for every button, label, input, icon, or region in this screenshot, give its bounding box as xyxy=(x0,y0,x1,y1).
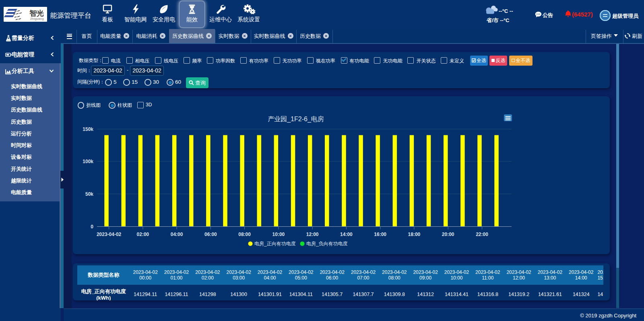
svg-text:2023-04-02: 2023-04-02 xyxy=(97,232,122,237)
svg-text:20:00: 20:00 xyxy=(442,232,454,237)
svg-text:产业园_1F2-6_电房: 产业园_1F2-6_电房 xyxy=(268,116,324,123)
svg-text:Zhiguang: Zhiguang xyxy=(30,17,44,21)
svg-text:04:00: 04:00 xyxy=(171,232,183,237)
svg-text:08:00: 08:00 xyxy=(238,232,251,237)
svg-text:电房_负向有功电度: 电房_负向有功电度 xyxy=(306,241,348,246)
svg-text:22:00: 22:00 xyxy=(476,232,488,237)
svg-text:18:00: 18:00 xyxy=(408,232,421,237)
svg-text:电房_正向有功电度: 电房_正向有功电度 xyxy=(254,241,296,246)
svg-text:智光: 智光 xyxy=(29,9,44,17)
svg-text:100k: 100k xyxy=(83,159,93,164)
svg-text:14:00: 14:00 xyxy=(340,232,353,237)
svg-text:50k: 50k xyxy=(85,191,93,197)
svg-text:150k: 150k xyxy=(83,126,93,132)
svg-text:12:00: 12:00 xyxy=(306,232,319,237)
svg-text:06:00: 06:00 xyxy=(204,232,217,237)
svg-text:0: 0 xyxy=(91,224,93,230)
svg-text:02:00: 02:00 xyxy=(137,232,149,237)
svg-text:10:00: 10:00 xyxy=(272,232,285,237)
svg-text:16:00: 16:00 xyxy=(374,232,386,237)
